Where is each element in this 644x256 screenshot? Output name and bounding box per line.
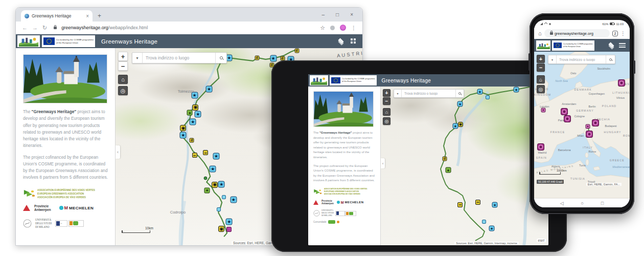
map-marker-smallblue[interactable] bbox=[486, 95, 490, 99]
map-marker-smallblue[interactable] bbox=[482, 220, 486, 224]
zoom-out-button[interactable]: − bbox=[537, 63, 545, 72]
minimize-button[interactable]: – bbox=[322, 12, 325, 17]
battery-icon bbox=[610, 23, 614, 25]
map-marker-info[interactable]: d bbox=[442, 157, 447, 161]
egwa-icon bbox=[313, 188, 322, 196]
nav-home-icon[interactable]: ○ bbox=[581, 201, 584, 206]
map-marker-cluster-lg[interactable] bbox=[564, 115, 571, 122]
sidebar-collapse-handle[interactable]: ‹ bbox=[116, 145, 120, 159]
browser-menu-icon[interactable]: ⋮ bbox=[620, 31, 626, 36]
new-tab-button[interactable]: + bbox=[98, 12, 101, 19]
map-marker-cluster-sm[interactable] bbox=[541, 108, 545, 113]
search-dropdown-icon[interactable]: ▾ bbox=[548, 55, 557, 63]
search-input[interactable] bbox=[402, 90, 455, 97]
zoom-out-button[interactable]: − bbox=[383, 97, 390, 105]
back-icon[interactable]: ← bbox=[22, 25, 28, 31]
locate-button[interactable]: ◎ bbox=[118, 86, 128, 95]
bookmark-icon[interactable]: ☆ bbox=[320, 25, 325, 31]
map-marker-star[interactable]: ★ bbox=[452, 123, 458, 129]
url-pill[interactable]: greenwaysheritage.org bbox=[544, 29, 610, 37]
locate-button[interactable]: ◎ bbox=[383, 117, 390, 125]
search-dropdown-icon[interactable]: ▾ bbox=[132, 53, 143, 63]
nav-recents-icon[interactable]: □ bbox=[601, 201, 604, 206]
signal-icon bbox=[540, 23, 543, 25]
tab-switcher[interactable]: 2 bbox=[612, 31, 618, 36]
eu-cofunding-logo: Co-funded by the COSME programme of the … bbox=[42, 35, 95, 47]
browser-menu-icon[interactable]: ⋮ bbox=[351, 25, 356, 31]
map-marker-cluster-lg[interactable] bbox=[592, 119, 599, 126]
mechelen-logo: M MECHELEN bbox=[59, 205, 94, 210]
map-marker-cluster-lg[interactable] bbox=[586, 131, 593, 138]
forward-icon[interactable]: → bbox=[32, 25, 38, 31]
mobile-address-bar: ⌂ greenwaysheritage.org 2 ⋮ bbox=[534, 28, 630, 39]
map-marker-dot[interactable]: ◉ bbox=[458, 122, 463, 127]
home-extent-button[interactable]: ⌂ bbox=[118, 75, 128, 84]
menu-icon[interactable] bbox=[619, 43, 626, 48]
maximize-button[interactable]: □ bbox=[336, 12, 339, 17]
search-input[interactable] bbox=[557, 55, 606, 63]
phone-device: 61% 11:03 ⌂ greenwaysheritage.org 2 ⋮ bbox=[530, 13, 634, 214]
tab-title: Greenways Heritage bbox=[32, 13, 83, 18]
layers-icon[interactable] bbox=[608, 42, 615, 48]
egwa-line: ASOCIACIÓN EUROPEA DE VÍAS VERDES bbox=[37, 196, 95, 199]
profile-avatar[interactable] bbox=[340, 25, 346, 31]
map-search-bar: ▾ bbox=[132, 52, 227, 63]
search-input[interactable] bbox=[143, 53, 215, 63]
browser-toolbar: ← → ↻ greenwaysheritage.org/webapp/index… bbox=[16, 22, 362, 34]
browser-tab[interactable]: Greenways Heritage × bbox=[21, 10, 93, 22]
map-marker-binoc[interactable]: ∞ bbox=[457, 202, 463, 207]
responsive-showcase: Greenways Heritage × + – □ × ← → ↻ green… bbox=[0, 0, 644, 256]
map-label-town: Tolmezzo bbox=[178, 89, 194, 94]
church-photo bbox=[313, 91, 374, 127]
zoom-in-button[interactable]: + bbox=[537, 55, 545, 63]
unimi-emblem bbox=[23, 219, 32, 228]
close-button[interactable]: × bbox=[350, 12, 353, 17]
search-button[interactable] bbox=[215, 53, 226, 63]
map-marker-star[interactable]: ★ bbox=[492, 202, 498, 207]
search-icon bbox=[609, 58, 612, 61]
map-marker-binoc[interactable]: ∞ bbox=[475, 200, 480, 205]
url-text[interactable]: greenwaysheritage.org/webapp/index.html bbox=[61, 25, 148, 30]
locate-button[interactable]: ◎ bbox=[537, 85, 545, 93]
coordinates-readout: 50,199 47,446 Gradi bbox=[537, 180, 564, 184]
app-header: Co-funded by the COSME programme of the … bbox=[16, 34, 362, 48]
layers-icon[interactable] bbox=[338, 38, 344, 44]
basemap-grid-icon[interactable] bbox=[351, 38, 356, 44]
map-marker-cluster-sm[interactable] bbox=[585, 124, 590, 129]
map-marker-tree[interactable]: ♠ bbox=[445, 167, 451, 173]
extension-icon[interactable] bbox=[330, 26, 335, 30]
search-button[interactable] bbox=[455, 90, 464, 97]
search-dropdown-icon[interactable]: ▾ bbox=[394, 90, 402, 97]
mechelen-dot-icon bbox=[59, 206, 63, 210]
url-text: greenwaysheritage.org bbox=[555, 31, 593, 36]
map-marker-star[interactable]: ★ bbox=[457, 101, 463, 107]
tab-close-icon[interactable]: × bbox=[86, 13, 89, 19]
home-extent-button[interactable]: ⌂ bbox=[537, 75, 545, 83]
eu-cofunding-text: Co-funded by the COSME programme of the … bbox=[56, 38, 94, 44]
nav-back-icon[interactable]: ◁ bbox=[560, 201, 564, 206]
map-marker-star[interactable]: ★ bbox=[514, 87, 519, 92]
egwa-logo-row: ASSOCIATION EUROPÉENNE DES VOIES VERTES … bbox=[23, 188, 108, 199]
reload-icon[interactable]: ↻ bbox=[42, 25, 47, 31]
zoom-out-button[interactable]: − bbox=[118, 61, 128, 71]
map-marker-star[interactable]: ★ bbox=[477, 89, 482, 94]
phone-map-canvas[interactable]: OsloStockholmNorth SeaDENMARKCopenhagenL… bbox=[534, 52, 630, 198]
power-button bbox=[634, 60, 635, 74]
map-attribution: Sources: Esri, HERE, Garmin, Intermap, i… bbox=[454, 242, 519, 245]
home-extent-button[interactable]: ⌂ bbox=[383, 108, 390, 116]
map-marker-cluster-lg[interactable] bbox=[618, 79, 625, 87]
about-paragraph-1: The "Greenways Heritage" project aims to… bbox=[23, 109, 108, 150]
map-marker-cluster-lg[interactable] bbox=[537, 143, 544, 151]
mechelen-logo: M MECHELEN bbox=[337, 201, 364, 204]
phone-screen: 61% 11:03 ⌂ greenwaysheritage.org 2 ⋮ bbox=[534, 20, 630, 207]
zoom-in-button[interactable]: + bbox=[383, 89, 390, 97]
egwa-line: ASOCIACIÓN EUROPEA DE VÍAS VERDES bbox=[324, 193, 367, 196]
tablet-map-canvas[interactable]: ★★★◉★d♠∞∞★★ + − ⌂ ◎ ▾ ‹ Sources: Esri, H… bbox=[381, 87, 548, 245]
zoom-in-button[interactable]: + bbox=[118, 52, 128, 61]
map-marker-cluster-lg[interactable] bbox=[561, 108, 568, 115]
browser-home-icon[interactable]: ⌂ bbox=[538, 30, 542, 36]
site-favicon bbox=[25, 14, 29, 18]
sidebar-collapse-handle[interactable]: ‹ bbox=[381, 158, 385, 168]
search-button[interactable] bbox=[606, 55, 615, 63]
map-marker-star[interactable]: ★ bbox=[489, 226, 495, 231]
